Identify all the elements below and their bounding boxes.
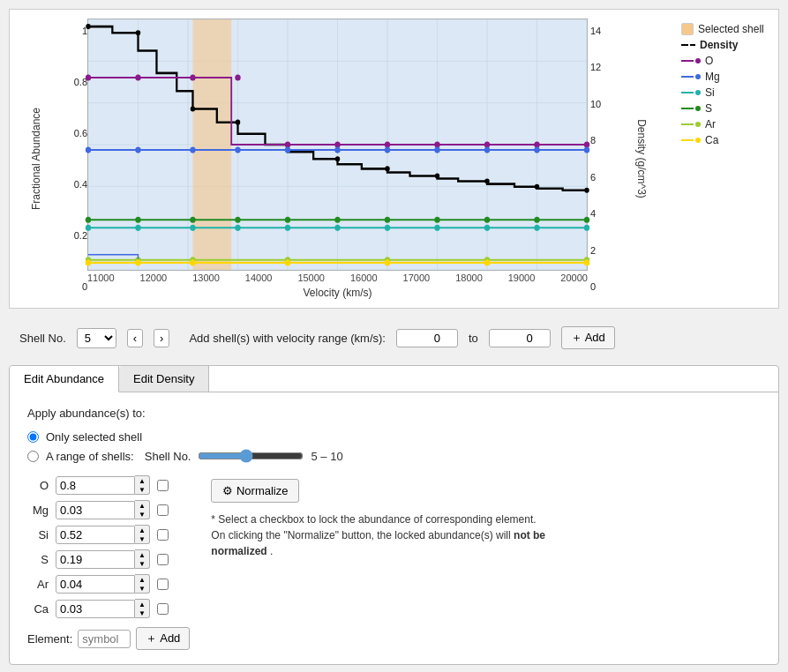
svg-point-68	[385, 217, 390, 223]
legend-item-density: Density	[681, 39, 769, 51]
svg-point-34	[334, 141, 340, 147]
element-checkbox-o[interactable]	[157, 480, 169, 491]
prev-shell-button[interactable]: ‹	[127, 329, 143, 347]
normalize-info-end: .	[270, 545, 273, 557]
svg-point-69	[434, 217, 439, 223]
element-checkbox-ca[interactable]	[157, 603, 169, 615]
chart-plot-area	[87, 19, 588, 271]
element-row-ar: Ar ▲ ▼	[27, 574, 190, 594]
svg-point-67	[334, 217, 340, 223]
element-input-ar[interactable]	[56, 575, 135, 594]
legend-label-si: Si	[705, 86, 715, 99]
y-axis-right-label: Density (g/cm^3)	[635, 119, 648, 198]
spin-up-mg[interactable]: ▲	[135, 501, 149, 510]
spin-down-si[interactable]: ▼	[135, 534, 149, 543]
shell-range-slider[interactable]	[198, 449, 304, 463]
spin-btn-ca: ▲ ▼	[135, 599, 150, 618]
element-checkbox-s[interactable]	[157, 554, 169, 565]
spin-wrapper-s: ▲ ▼	[56, 549, 150, 569]
svg-point-49	[534, 147, 539, 153]
svg-point-61	[584, 225, 589, 231]
svg-point-24	[385, 166, 389, 171]
svg-point-36	[434, 141, 439, 147]
svg-point-44	[285, 147, 290, 153]
spin-wrapper-ca: ▲ ▼	[56, 599, 150, 618]
svg-point-27	[535, 184, 539, 190]
svg-point-86	[584, 259, 589, 265]
tab-content-abundance: Apply abundance(s) to: Only selected she…	[10, 392, 778, 664]
svg-point-28	[584, 188, 589, 193]
velocity-to-input[interactable]	[489, 329, 551, 347]
add-shell-button[interactable]: ＋ Add	[561, 326, 615, 349]
svg-point-72	[584, 217, 589, 223]
spin-up-ar[interactable]: ▲	[135, 575, 149, 584]
spin-wrapper-mg: ▲ ▼	[56, 500, 150, 519]
elements-left: O ▲ ▼ Mg	[27, 475, 190, 650]
svg-point-82	[190, 259, 195, 265]
radio-only-selected[interactable]	[27, 431, 39, 443]
element-input-ca[interactable]	[56, 600, 135, 618]
apply-label: Apply abundance(s) to:	[27, 407, 761, 420]
svg-point-48	[484, 147, 490, 153]
normalize-info-line1: * Select a checkbox to lock the abundanc…	[211, 513, 536, 526]
shell-select[interactable]: 5 1234 678910	[77, 328, 116, 348]
spin-down-ca[interactable]: ▼	[135, 609, 149, 617]
spin-btn-mg: ▲ ▼	[135, 500, 150, 519]
svg-point-46	[385, 147, 390, 153]
legend-item-ar: Ar	[681, 118, 769, 131]
spin-up-si[interactable]: ▲	[135, 526, 149, 534]
legend-label-selected-shell: Selected shell	[698, 23, 764, 35]
tab-edit-abundance[interactable]: Edit Abundance	[10, 366, 119, 392]
next-shell-button[interactable]: ›	[154, 329, 169, 347]
element-checkbox-si[interactable]	[157, 529, 169, 541]
spin-up-ca[interactable]: ▲	[135, 600, 149, 609]
spin-wrapper-si: ▲ ▼	[56, 525, 150, 544]
svg-point-35	[385, 141, 390, 147]
tab-header: Edit Abundance Edit Density	[10, 366, 778, 392]
svg-point-39	[584, 141, 589, 147]
element-checkbox-mg[interactable]	[157, 504, 169, 516]
element-input-o[interactable]	[56, 476, 135, 495]
element-checkbox-ar[interactable]	[157, 579, 169, 590]
element-input-si[interactable]	[56, 526, 135, 544]
svg-point-21	[236, 120, 240, 125]
element-symbol-input[interactable]	[78, 630, 131, 648]
spin-down-ar[interactable]: ▼	[135, 584, 149, 593]
spin-wrapper-o: ▲ ▼	[56, 475, 150, 495]
radio-row-only-selected: Only selected shell	[27, 430, 761, 444]
normalize-button[interactable]: ⚙ Normalize	[211, 479, 299, 503]
svg-rect-17	[192, 19, 231, 270]
svg-point-19	[136, 30, 140, 35]
svg-point-30	[135, 74, 140, 80]
spin-down-s[interactable]: ▼	[135, 559, 149, 568]
svg-point-56	[334, 225, 340, 231]
svg-point-64	[190, 217, 195, 223]
svg-point-50	[584, 147, 589, 153]
svg-point-63	[135, 217, 140, 223]
radio-group: Only selected shell A range of shells: S…	[27, 430, 761, 463]
radio-range[interactable]	[27, 451, 39, 462]
spin-up-s[interactable]: ▲	[135, 550, 149, 559]
range-shell-label: Shell No.	[145, 450, 191, 463]
velocity-from-input[interactable]	[396, 329, 458, 347]
tab-edit-density[interactable]: Edit Density	[119, 366, 209, 392]
x-axis-label: Velocity (km/s)	[87, 287, 588, 299]
y-ticks-right: 14 12 10 8 6 4 2 0	[588, 19, 611, 299]
svg-point-65	[235, 217, 240, 223]
legend-color-selected-shell	[681, 23, 694, 35]
add-element-button[interactable]: ＋ Add	[136, 627, 190, 650]
spin-down-o[interactable]: ▼	[135, 485, 149, 494]
svg-point-43	[235, 147, 240, 153]
svg-point-23	[335, 156, 340, 161]
legend-item-mg: Mg	[681, 71, 769, 83]
legend-label-density: Density	[700, 39, 738, 51]
spin-up-o[interactable]: ▲	[135, 476, 149, 485]
element-input-mg[interactable]	[56, 501, 135, 519]
y-ticks-left: 1 0.8 0.6 0.4 0.2 0	[63, 19, 87, 299]
element-symbol-ar: Ar	[27, 578, 49, 591]
normalize-info: * Select a checkbox to lock the abundanc…	[211, 511, 599, 559]
element-input-s[interactable]	[56, 550, 135, 569]
spin-down-mg[interactable]: ▼	[135, 510, 149, 519]
svg-point-42	[190, 147, 195, 153]
x-ticks: 11000 12000 13000 14000 15000 16000 1700…	[87, 271, 588, 283]
